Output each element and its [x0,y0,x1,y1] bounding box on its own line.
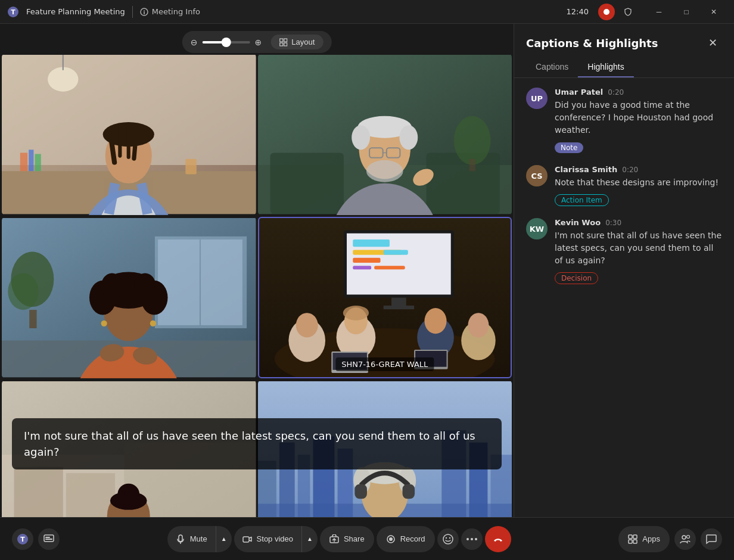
title-bar: T Feature Planning Meeting i Meeting Inf… [0,0,734,24]
svg-rect-16 [35,154,41,171]
svg-rect-14 [20,153,27,171]
svg-point-87 [468,313,489,337]
svg-point-76 [296,313,318,337]
stop-video-caret-btn[interactable]: ▲ [301,526,318,552]
highlight-content-2: Clarissa Smith 0:20 Note that these desi… [555,165,722,206]
svg-point-128 [471,538,473,540]
svg-rect-25 [127,127,130,158]
video-cell-1 [2,54,256,215]
tab-highlights[interactable]: Highlights [578,57,633,77]
zoom-out-icon[interactable]: ⊖ [191,38,198,47]
svg-rect-66 [353,239,390,247]
title-bar-right: 12:40 ─ □ ✕ [567,3,727,21]
svg-rect-30 [270,153,343,214]
apps-btn[interactable]: Apps [618,526,670,552]
caption-text: I'm not sure that all of us have seen th… [24,430,475,458]
svg-point-62 [150,321,156,326]
maximize-btn[interactable]: □ [673,3,699,21]
clock: 12:40 [567,7,589,16]
captions-chat-icon-btn[interactable] [38,528,60,550]
participants-btn[interactable] [674,528,696,550]
highlight-text-2: Note that these designs are improving! [555,176,722,189]
title-bar-left: T Feature Planning Meeting i Meeting Inf… [7,6,200,18]
mute-caret-btn[interactable]: ▲ [216,526,232,552]
record-btn[interactable]: Record [377,526,435,552]
video-cell-2 [258,54,512,215]
close-sidebar-btn[interactable]: ✕ [703,33,722,52]
window-controls: ─ □ ✕ [646,3,727,21]
record-label: Record [400,534,425,543]
teams-icon-btn[interactable]: T [12,528,33,550]
teams-logo: T [7,6,19,18]
security-btn[interactable] [620,4,636,20]
svg-rect-118 [45,539,52,540]
svg-rect-24 [118,127,122,157]
highlight-time-3: 0:30 [605,219,621,227]
main-content: ⊖ ⊕ Layout [0,24,734,517]
meeting-info-btn[interactable]: i Meeting Info [140,7,200,16]
svg-text:T: T [11,8,15,16]
svg-rect-46 [158,239,200,325]
svg-point-58 [134,273,156,300]
svg-rect-116 [44,535,54,542]
zoom-in-icon[interactable]: ⊕ [254,38,262,47]
mute-btn[interactable]: Mute [167,526,216,552]
highlight-content-1: Umar Patel 0:20 Did you have a good time… [555,88,722,153]
svg-point-38 [399,125,418,150]
svg-point-135 [686,535,689,538]
svg-rect-133 [633,540,637,543]
zoom-bar: ⊖ ⊕ Layout [182,31,332,53]
svg-point-32 [453,116,490,165]
stop-video-label: Stop video [257,534,293,543]
toolbar-right: Apps [618,526,722,552]
svg-rect-130 [629,535,632,539]
share-label: Share [344,534,365,543]
zoom-thumb [221,38,231,47]
svg-point-96 [117,484,139,506]
svg-point-126 [449,537,450,538]
svg-point-134 [682,536,686,539]
share-btn[interactable]: Share [320,526,374,552]
svg-rect-113 [402,484,415,499]
svg-rect-6 [284,39,287,42]
highlight-meta-3: Kevin Woo 0:30 [555,218,722,227]
toolbar-center: Mute ▲ Stop video ▲ Share [167,526,511,552]
layout-btn[interactable]: Layout [271,35,323,49]
highlight-name-2: Clarissa Smith [555,165,617,174]
svg-text:i: i [143,10,145,15]
svg-rect-73 [383,306,413,309]
highlight-name-1: Umar Patel [555,88,603,97]
close-btn[interactable]: ✕ [701,3,727,21]
video-area: ⊖ ⊕ Layout [0,24,514,517]
svg-point-37 [352,125,370,150]
svg-rect-71 [374,266,405,269]
svg-rect-17 [185,159,196,175]
svg-rect-117 [45,537,50,538]
zoom-slider[interactable] [202,41,250,43]
svg-text:T: T [20,536,25,543]
minimize-btn[interactable]: ─ [646,3,672,21]
highlight-meta-1: Umar Patel 0:20 [555,88,722,97]
tab-captions[interactable]: Captions [526,57,578,77]
tag-note-1: Note [555,142,583,153]
recording-indicator[interactable] [598,4,615,20]
apps-label: Apps [642,534,660,543]
svg-rect-47 [201,239,242,325]
stop-video-btn[interactable]: Stop video [234,526,301,552]
video-cell-3 [2,217,256,378]
end-call-btn[interactable] [485,526,511,552]
svg-point-123 [389,537,393,541]
svg-rect-70 [353,266,371,269]
svg-point-129 [475,538,477,540]
chat-btn[interactable] [701,528,722,550]
stop-video-btn-group: Stop video ▲ [234,526,318,552]
svg-rect-72 [391,298,406,307]
toolbar: T Mute ▲ [0,517,734,560]
svg-rect-7 [280,43,283,46]
highlight-time-2: 0:20 [622,166,638,174]
highlight-content-3: Kevin Woo 0:30 I'm not sure that all of … [555,218,722,284]
more-options-btn[interactable] [461,528,483,550]
svg-point-124 [443,534,453,544]
reaction-btn[interactable] [437,528,459,550]
svg-point-49 [8,273,38,310]
